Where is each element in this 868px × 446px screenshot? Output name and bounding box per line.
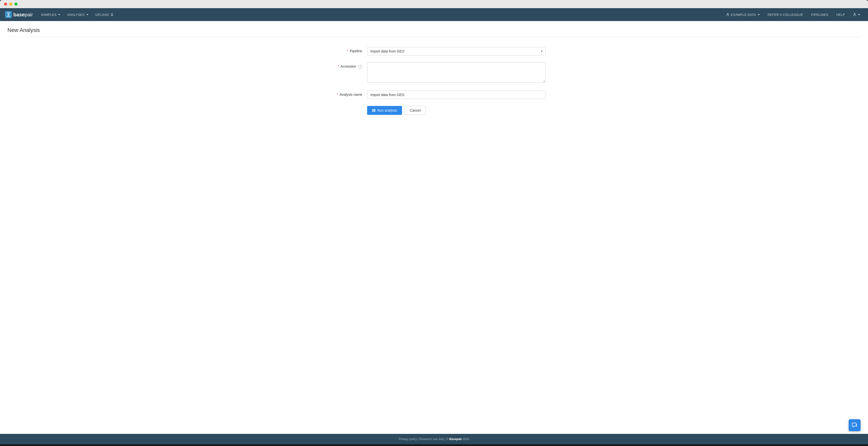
nav-item-samples[interactable]: SAMPLES	[38, 11, 63, 18]
nav-item-refer-colleague[interactable]: REFER A COLLEAGUE	[765, 11, 806, 18]
nav-item-user[interactable]	[850, 11, 863, 18]
svg-rect-6	[852, 423, 856, 426]
required-star: *	[347, 49, 348, 53]
main-nav: basepair SAMPLES ANALYSES UPLOAD	[0, 8, 868, 21]
nav-item-example-data[interactable]: Example Data	[723, 11, 763, 18]
svg-point-2	[727, 13, 728, 14]
form-buttons: Run analysis Cancel	[367, 106, 546, 115]
svg-rect-5	[374, 109, 375, 112]
run-icon	[372, 109, 376, 112]
footer-text: Privacy policy | Research use only | © B…	[399, 437, 469, 441]
pipeline-select[interactable]: Import data from GEO RNA-Seq ChIP-Seq AT…	[367, 47, 546, 56]
accession-help-icon[interactable]: ?	[358, 65, 362, 69]
traffic-light-red[interactable]	[4, 2, 7, 6]
traffic-light-yellow[interactable]	[9, 2, 12, 6]
accession-textarea[interactable]	[367, 62, 546, 83]
window-chrome	[0, 0, 868, 8]
required-star: *	[338, 64, 339, 68]
pipeline-group: * Pipeline Import data from GEO RNA-Seq …	[322, 47, 546, 56]
svg-point-3	[854, 13, 856, 14]
chat-button[interactable]	[849, 419, 861, 431]
nav-right: Example Data REFER A COLLEAGUE PIPELINES…	[723, 11, 863, 18]
chat-icon	[851, 422, 858, 428]
chevron-down-icon	[58, 14, 60, 15]
svg-rect-4	[372, 109, 374, 112]
pipeline-label: * Pipeline	[322, 47, 367, 53]
nav-left: SAMPLES ANALYSES UPLOAD	[38, 11, 723, 18]
upload-icon	[110, 13, 114, 16]
page-footer: Privacy policy | Research use only | © B…	[0, 434, 868, 444]
app-window: basepair SAMPLES ANALYSES UPLOAD	[0, 8, 868, 444]
analysis-name-input[interactable]	[367, 91, 546, 99]
chevron-down-icon	[758, 14, 760, 15]
svg-point-1	[8, 14, 9, 15]
pipeline-select-wrapper: Import data from GEO RNA-Seq ChIP-Seq AT…	[367, 47, 546, 56]
user-icon	[853, 13, 856, 16]
page-title: New Analysis	[7, 27, 861, 37]
run-analysis-button[interactable]: Run analysis	[367, 106, 402, 115]
logo-icon	[5, 11, 12, 18]
nav-brand[interactable]: basepair	[5, 11, 33, 18]
pipeline-control-wrapper: Import data from GEO RNA-Seq ChIP-Seq AT…	[367, 47, 546, 56]
chevron-down-icon	[858, 14, 860, 15]
analysis-name-control-wrapper	[367, 91, 546, 99]
accession-control-wrapper	[367, 62, 546, 84]
nav-item-help[interactable]: HELP	[833, 11, 848, 18]
accession-group: * Accession ?	[322, 62, 546, 84]
new-analysis-form: * Pipeline Import data from GEO RNA-Seq …	[322, 42, 546, 120]
analysis-name-group: * Analysis name	[322, 91, 546, 99]
traffic-light-green[interactable]	[14, 2, 18, 6]
nav-item-upload[interactable]: UPLOAD	[92, 11, 117, 18]
chevron-down-icon	[87, 14, 88, 15]
nav-item-pipelines[interactable]: PIPELINES	[808, 11, 831, 18]
nav-item-analyses[interactable]: ANALYSES	[64, 11, 91, 18]
accession-label: * Accession ?	[322, 62, 367, 69]
required-star: *	[337, 93, 338, 97]
page-content: New Analysis * Pipeline Import data from…	[0, 21, 868, 434]
cancel-button[interactable]: Cancel	[405, 106, 426, 115]
person-icon	[726, 13, 730, 16]
analysis-name-label: * Analysis name	[322, 91, 367, 97]
